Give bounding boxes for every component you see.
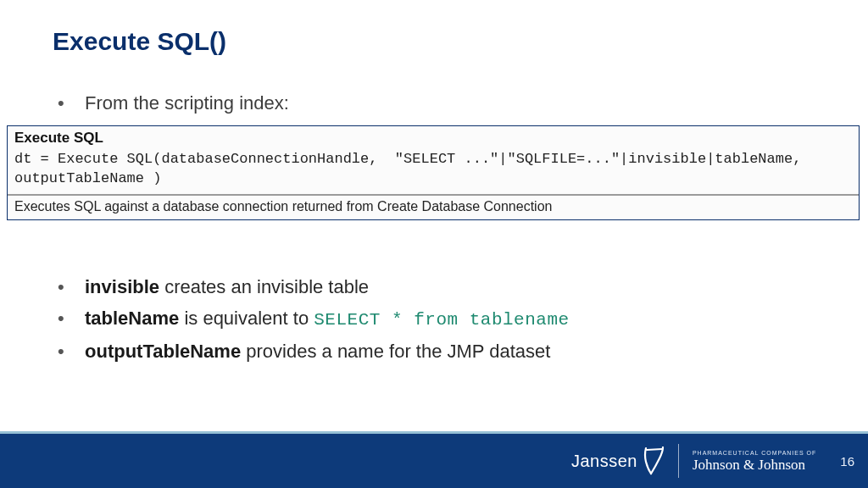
bullet-code: SELECT * from tablename xyxy=(314,310,569,330)
scripting-index-box: Execute SQL dt = Execute SQL(databaseCon… xyxy=(7,125,860,220)
bullet-term: outputTableName xyxy=(85,341,241,362)
docbox-heading: Execute SQL xyxy=(8,126,859,148)
footer-bar: Janssen pharmaceutical companies of John… xyxy=(0,434,868,488)
slide: Execute SQL() From the scripting index: … xyxy=(0,0,868,488)
page-number: 16 xyxy=(830,454,854,469)
intro-bullet: From the scripting index: xyxy=(53,89,815,118)
brand-block: Janssen pharmaceutical companies of John… xyxy=(571,434,854,488)
jnj-script: Johnson & Johnson xyxy=(693,458,805,472)
bullet-text: provides a name for the JMP dataset xyxy=(241,341,550,362)
brand-divider xyxy=(678,444,679,478)
slide-title: Execute SQL() xyxy=(53,27,226,56)
janssen-glyph-icon xyxy=(643,446,665,475)
bullet-outputtablename: outputTableName provides a name for the … xyxy=(53,336,815,367)
janssen-wordmark: Janssen xyxy=(571,452,637,471)
janssen-logo: Janssen xyxy=(571,446,665,475)
docbox-code: dt = Execute SQL(databaseConnectionHandl… xyxy=(8,148,859,194)
docbox-description: Executes SQL against a database connecti… xyxy=(8,196,859,219)
bullet-text: creates an invisible table xyxy=(159,276,369,297)
johnson-and-johnson-logo: pharmaceutical companies of Johnson & Jo… xyxy=(693,450,816,472)
bullet-term: invisible xyxy=(85,276,159,297)
bullet-invisible: invisible creates an invisible table xyxy=(53,271,815,302)
bullet-text: is equivalent to xyxy=(179,308,314,329)
bullet-tablename: tableName is equivalent to SELECT * from… xyxy=(53,302,815,336)
bullet-term: tableName xyxy=(85,308,179,329)
jnj-tagline: pharmaceutical companies of xyxy=(693,450,816,456)
intro-bullet-list: From the scripting index: xyxy=(53,89,815,118)
body-bullet-list: invisible creates an invisible table tab… xyxy=(53,271,815,367)
